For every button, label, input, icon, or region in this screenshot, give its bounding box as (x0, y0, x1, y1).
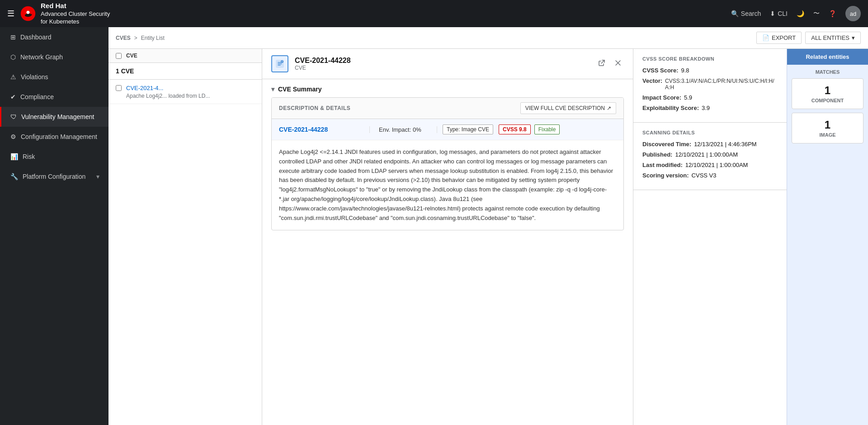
breadcrumb-subtitle: Entity List (141, 35, 165, 41)
breadcrumb-separator: > (134, 35, 137, 41)
export-button[interactable]: 📄 EXPORT (756, 32, 802, 44)
sidebar-item-violations[interactable]: ⚠ Violations (0, 67, 108, 87)
image-match-card[interactable]: 1 IMAGE (792, 113, 863, 143)
cvss-breakdown-block: CVSS SCORE BREAKDOWN CVSS Score: 9.8 Vec… (633, 49, 787, 123)
breadcrumb: CVES > Entity List (116, 35, 165, 41)
help-button[interactable]: ❓ (829, 10, 836, 17)
topnav-actions: 🔍 Search ⬇ CLI 🌙 〜 ❓ ad (731, 6, 861, 21)
last-modified-value: 12/10/2021 | 1:00:00AM (685, 162, 748, 168)
cve-header-info: CVE-2021-44228 CVE (295, 57, 590, 71)
cve-icon (271, 55, 288, 72)
cvss-score-label: CVSS Score: (642, 67, 678, 74)
activity-icon[interactable]: 〜 (813, 10, 820, 18)
exploitability-value: 3.9 (702, 105, 710, 111)
matches-title: MATCHES (792, 69, 863, 75)
sidebar-item-risk[interactable]: 📊 Risk (0, 147, 108, 167)
section-title: CVE Summary (278, 86, 321, 93)
list-table-header: CVE (108, 49, 262, 63)
cve-summary-row: CVE-2021-44228 Env. Impact: 0% Type: Ima… (272, 119, 623, 140)
image-label: IMAGE (797, 132, 858, 138)
all-entities-button[interactable]: ALL ENTITIES ▾ (805, 32, 861, 44)
sidebar-item-configuration-management[interactable]: ⚙ Configuration Management (0, 127, 108, 147)
component-count: 1 (797, 84, 858, 97)
desc-details-header: DESCRIPTION & DETAILS VIEW FULL CVE DESC… (272, 98, 623, 119)
type-badge: Type: Image CVE (443, 124, 493, 134)
cvss-vector-value: CVSS:3.1/AV:N/AC:L/PR:N/UI:N/S:U/C:H/I:H… (665, 78, 778, 91)
topnav: ☰ Red Hat Advanced Cluster Security for … (0, 0, 868, 27)
sidebar-item-vulnerability-management[interactable]: 🛡 Vulnerability Management (0, 107, 108, 127)
cli-button[interactable]: ⬇ CLI (770, 10, 788, 17)
desc-section-title: DESCRIPTION & DETAILS (279, 105, 350, 111)
related-entities-header: Related entities (787, 49, 868, 65)
cvss-impact-row: Impact Score: 5.9 (642, 94, 778, 101)
risk-icon: 📊 (10, 153, 18, 160)
sidebar-item-compliance[interactable]: ✔ Compliance (0, 87, 108, 107)
vulnerability-icon: 🛡 (10, 113, 17, 120)
scanning-details-block: SCANNING DETAILS Discovered Time: 12/13/… (633, 123, 787, 190)
breadcrumb-bar: CVES > Entity List 📄 EXPORT ALL ENTITIES… (108, 27, 868, 49)
cve-detail-panel: CVE-2021-44228 CVE ▾ (262, 49, 633, 425)
list-panel: CVE 1 CVE CVE-2021-4... Apache Log4j2...… (108, 49, 262, 425)
chevron-down-icon: ▾ (852, 34, 855, 41)
view-full-cve-button[interactable]: VIEW FULL CVE DESCRIPTION ↗ (520, 102, 616, 114)
cvss-score-row: CVSS Score: 9.8 (642, 67, 778, 74)
scoring-version-value: CVSS V3 (692, 172, 717, 179)
cve-id-cell: CVE-2021-44228 (279, 126, 369, 133)
discovered-value: 12/13/2021 | 4:46:36PM (694, 141, 757, 148)
last-modified-label: Last modified: (642, 162, 683, 168)
hamburger-icon[interactable]: ☰ (7, 9, 14, 19)
cvss-score-panel: CVSS SCORE BREAKDOWN CVSS Score: 9.8 Vec… (633, 49, 787, 425)
sidebar: ⊞ Dashboard ⬡ Network Graph ⚠ Violations… (0, 27, 108, 425)
cve-header-title: CVE-2021-44228 (295, 57, 590, 65)
published-row: Published: 12/10/2021 | 1:00:00AM (642, 151, 778, 158)
app-logo: Red Hat Advanced Cluster Security for Ku… (20, 1, 110, 25)
related-entities-panel: Related entities MATCHES 1 COMPONENT 1 I… (787, 49, 868, 425)
row-content: CVE-2021-4... Apache Log4j2... loaded fr… (126, 84, 210, 99)
main-content: CVES > Entity List 📄 EXPORT ALL ENTITIES… (108, 27, 868, 425)
section-toggle-icon[interactable]: ▾ (271, 86, 274, 93)
breadcrumb-title: CVES (116, 35, 131, 41)
sidebar-item-platform-configuration[interactable]: 🔧 Platform Configuration ▾ (0, 167, 108, 186)
image-count: 1 (797, 119, 858, 131)
cve-header-type: CVE (295, 65, 590, 71)
sidebar-item-dashboard[interactable]: ⊞ Dashboard (0, 27, 108, 47)
last-modified-row: Last modified: 12/10/2021 | 1:00:00AM (642, 162, 778, 168)
chevron-down-icon: ▾ (96, 173, 99, 180)
cve-id-link[interactable]: CVE-2021-4... (126, 85, 163, 91)
component-label: COMPONENT (797, 98, 858, 103)
pulse-icon: 〜 (813, 10, 820, 18)
section-header: ▾ CVE Summary (271, 79, 624, 97)
cve-summary-section: ▾ CVE Summary DESCRIPTION & DETAILS VIEW… (262, 79, 633, 239)
cve-detail-header: CVE-2021-44228 CVE (262, 49, 633, 79)
select-all-checkbox[interactable] (116, 53, 122, 59)
scoring-version-row: Scoring version: CVSS V3 (642, 172, 778, 179)
export-icon: 📄 (762, 34, 769, 41)
sidebar-item-network-graph[interactable]: ⬡ Network Graph (0, 47, 108, 67)
published-label: Published: (642, 151, 672, 158)
close-detail-button[interactable] (612, 57, 624, 71)
cve-description-preview: Apache Log4j2... loaded from LD... (126, 93, 210, 99)
list-item[interactable]: CVE-2021-4... Apache Log4j2... loaded fr… (108, 80, 262, 104)
user-avatar[interactable]: ad (845, 6, 861, 21)
breadcrumb-actions: 📄 EXPORT ALL ENTITIES ▾ (756, 32, 861, 44)
description-details-panel: DESCRIPTION & DETAILS VIEW FULL CVE DESC… (271, 97, 624, 230)
list-count-bar: 1 CVE (108, 63, 262, 80)
cvss-exploitability-row: Exploitability Score: 3.9 (642, 105, 778, 111)
related-content: MATCHES 1 COMPONENT 1 IMAGE (787, 65, 868, 152)
component-match-card[interactable]: 1 COMPONENT (792, 78, 863, 109)
theme-toggle[interactable]: 🌙 (797, 10, 804, 17)
redhat-logo-icon (20, 5, 36, 22)
search-button[interactable]: 🔍 Search (731, 10, 761, 17)
scanning-details-title: SCANNING DETAILS (642, 130, 778, 135)
cvss-score-value: 9.8 (681, 67, 689, 74)
cve-header-actions (596, 57, 624, 71)
impact-score-label: Impact Score: (642, 94, 681, 101)
content-area: CVE 1 CVE CVE-2021-4... Apache Log4j2...… (108, 49, 868, 425)
violations-icon: ⚠ (10, 73, 16, 81)
col-header-cve: CVE (126, 53, 137, 59)
download-icon: ⬇ (770, 10, 775, 17)
row-checkbox[interactable] (116, 85, 122, 91)
open-external-button[interactable] (596, 57, 608, 71)
cvss-vector-label: Vector: (642, 77, 662, 84)
cve-description-text: Apache Log4j2 <=2.14.1 JNDI features use… (272, 140, 623, 230)
